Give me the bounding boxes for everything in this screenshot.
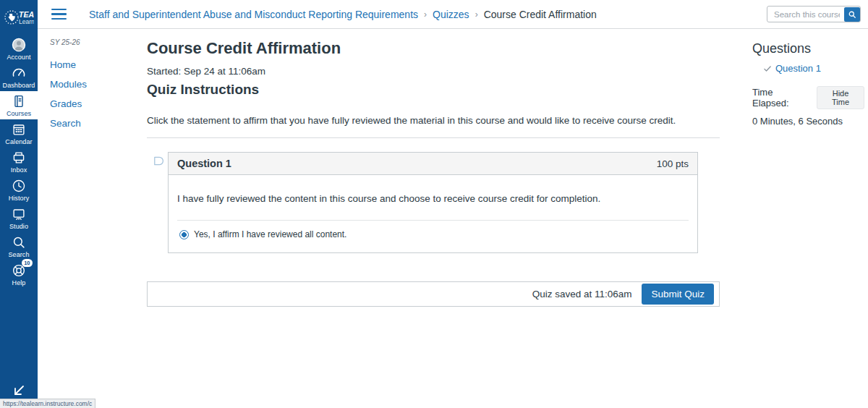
course-nav-modules[interactable]: Modules bbox=[50, 78, 140, 90]
logo-text-bottom: Learn bbox=[19, 18, 34, 25]
history-clock-icon bbox=[11, 178, 27, 194]
breadcrumb: Staff and Superintendent Abuse and Misco… bbox=[89, 9, 597, 20]
answer-radio-selected[interactable] bbox=[179, 230, 189, 239]
sidebar-item-courses[interactable]: Courses bbox=[0, 91, 38, 119]
answer-option-label[interactable]: Yes, I affirm I have reviewed all conten… bbox=[194, 229, 346, 239]
breadcrumb-course-link[interactable]: Staff and Superintendent Abuse and Misco… bbox=[89, 9, 418, 20]
question-area: Question 1 100 pts I have fully reviewed… bbox=[147, 152, 720, 253]
submit-quiz-button[interactable]: Submit Quiz bbox=[642, 284, 714, 305]
answers-divider bbox=[177, 220, 689, 221]
sidebar-item-account[interactable]: Account bbox=[0, 35, 38, 63]
sidebar-item-inbox[interactable]: Inbox bbox=[0, 148, 38, 176]
sidebar-item-label: Account bbox=[7, 54, 30, 61]
collapse-sidebar-arrow-icon[interactable] bbox=[10, 383, 27, 399]
quiz-title: Course Credit Affirmation bbox=[147, 39, 720, 58]
course-nav-search[interactable]: Search bbox=[50, 117, 140, 129]
hide-time-button[interactable]: Hide Time bbox=[817, 86, 864, 109]
studio-screen-icon bbox=[11, 206, 27, 222]
sidebar-item-label: Search bbox=[8, 252, 29, 258]
help-lifebuoy-icon: 10 bbox=[11, 263, 27, 279]
tea-learn-logo-icon: TEA Learn bbox=[4, 4, 34, 30]
time-elapsed-value: 0 Minutes, 6 Seconds bbox=[752, 116, 864, 127]
question-title: Question 1 bbox=[177, 158, 231, 169]
sidebar-item-label: Dashboard bbox=[3, 82, 35, 89]
account-avatar-icon bbox=[11, 37, 27, 53]
breadcrumb-current-page: Course Credit Affirmation bbox=[484, 9, 597, 20]
question-text: I have fully reviewed the content in thi… bbox=[177, 193, 689, 204]
question-card: Question 1 100 pts I have fully reviewed… bbox=[168, 152, 698, 253]
questions-panel: Questions Question 1 Time Elapsed: Hide … bbox=[752, 41, 864, 127]
course-nav-grades[interactable]: Grades bbox=[50, 98, 140, 110]
texas-shape bbox=[9, 14, 16, 22]
calendar-icon bbox=[11, 122, 27, 137]
quiz-instructions-text: Click the statement to affirm that you h… bbox=[147, 115, 720, 126]
course-nav-home[interactable]: Home bbox=[50, 59, 140, 71]
sidebar-item-calendar[interactable]: Calendar bbox=[0, 119, 38, 148]
question-1-link[interactable]: Question 1 bbox=[775, 63, 821, 74]
sidebar-item-search[interactable]: Search bbox=[0, 232, 38, 260]
quiz-instructions-heading: Quiz Instructions bbox=[147, 82, 720, 98]
breadcrumb-separator: › bbox=[475, 9, 478, 20]
question-header: Question 1 100 pts bbox=[169, 153, 697, 175]
search-icon bbox=[848, 10, 856, 19]
sidebar-item-studio[interactable]: Studio bbox=[0, 204, 38, 232]
answer-option-row[interactable]: Yes, I affirm I have reviewed all conten… bbox=[177, 229, 689, 239]
logo-text-top: TEA bbox=[19, 10, 34, 19]
course-search-button[interactable] bbox=[844, 7, 860, 22]
global-nav-sidebar: TEA Learn Account bbox=[0, 0, 38, 399]
sidebar-item-label: Studio bbox=[9, 224, 28, 230]
hamburger-menu-icon[interactable] bbox=[50, 7, 68, 22]
courses-book-icon bbox=[11, 93, 27, 109]
sidebar-item-label: Inbox bbox=[11, 167, 27, 174]
quiz-saved-status: Quiz saved at 11:06am bbox=[532, 289, 632, 299]
questions-panel-heading: Questions bbox=[752, 41, 864, 56]
sidebar-item-label: History bbox=[9, 195, 30, 202]
sidebar-item-label: Calendar bbox=[5, 139, 32, 145]
inbox-icon bbox=[11, 150, 27, 166]
sidebar-item-label: Help bbox=[12, 280, 26, 286]
flag-question-icon[interactable] bbox=[153, 156, 164, 169]
sidebar-item-label: Courses bbox=[7, 111, 31, 117]
tea-learn-logo[interactable]: TEA Learn bbox=[0, 0, 38, 35]
search-icon bbox=[11, 234, 27, 250]
course-nav: SY 25-26 Home Modules Grades Search bbox=[50, 38, 140, 137]
course-search bbox=[767, 6, 861, 22]
sidebar-item-dashboard[interactable]: Dashboard bbox=[0, 63, 38, 91]
quiz-started-timestamp: Started: Sep 24 at 11:06am bbox=[147, 66, 720, 77]
help-badge: 10 bbox=[22, 259, 33, 267]
instructions-divider bbox=[147, 137, 720, 138]
answered-check-icon bbox=[763, 64, 772, 73]
quiz-footer-bar: Quiz saved at 11:06am Submit Quiz bbox=[147, 281, 720, 307]
dashboard-gauge-icon bbox=[11, 65, 27, 81]
breadcrumb-separator: › bbox=[424, 9, 427, 20]
breadcrumb-quizzes-link[interactable]: Quizzes bbox=[433, 9, 469, 20]
question-points: 100 pts bbox=[657, 158, 689, 169]
time-elapsed-label: Time Elapsed: bbox=[752, 87, 810, 109]
question-nav-item: Question 1 bbox=[763, 63, 864, 74]
page: TEA Learn Account bbox=[0, 0, 868, 408]
sidebar-item-help[interactable]: 10 Help bbox=[0, 260, 38, 289]
sidebar-item-history[interactable]: History bbox=[0, 176, 38, 204]
time-elapsed-row: Time Elapsed: Hide Time bbox=[752, 86, 864, 109]
quiz-main: Course Credit Affirmation Started: Sep 2… bbox=[147, 39, 720, 307]
course-term: SY 25-26 bbox=[50, 38, 140, 46]
question-body: I have fully reviewed the content in thi… bbox=[169, 175, 697, 252]
top-bar: Staff and Superintendent Abuse and Misco… bbox=[38, 0, 868, 29]
browser-status-url: https://tealearn.instructure.com/c bbox=[0, 399, 95, 408]
